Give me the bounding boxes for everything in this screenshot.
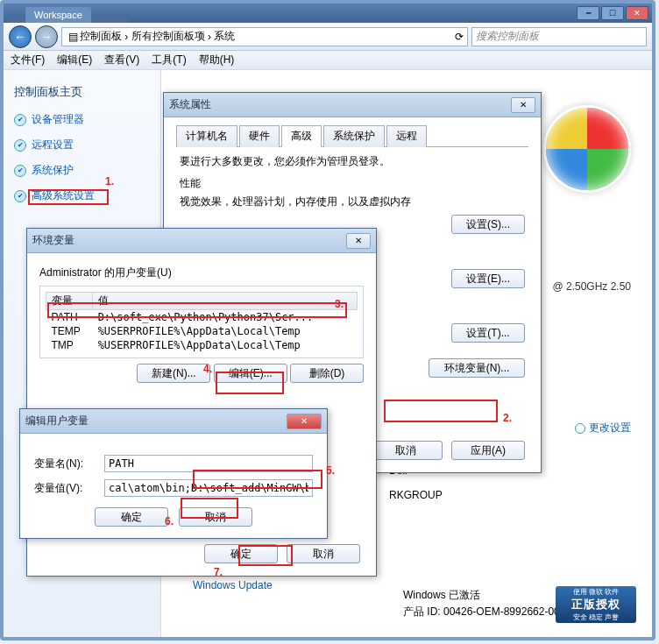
sidebar-title: 控制面板主页 — [14, 84, 150, 100]
dialog-title: 编辑用户变量 — [25, 414, 287, 428]
startup-settings-button[interactable]: 设置(T)... — [451, 323, 525, 343]
refresh-icon[interactable]: ⟳ — [455, 31, 464, 43]
tab-remote[interactable]: 远程 — [386, 125, 427, 147]
annotation-1: 1. — [105, 175, 114, 188]
search-input[interactable]: 搜索控制面板 — [471, 27, 647, 46]
apply-button[interactable]: 应用(A) — [451, 441, 525, 460]
perf-desc: 视觉效果，处理器计划，内存使用，以及虚拟内存 — [180, 195, 525, 209]
windows-update-link[interactable]: Windows Update — [193, 579, 273, 591]
sidebar-link-remote[interactable]: ✔远程设置 — [14, 138, 150, 152]
menu-tools[interactable]: 工具(T) — [152, 53, 186, 67]
maximize-button[interactable]: ☐ — [601, 6, 624, 20]
cancel-button[interactable]: 取消 — [369, 441, 443, 460]
cancel-button[interactable]: 取消 — [287, 544, 360, 563]
dialog-title: 环境变量 — [32, 233, 346, 248]
menu-file[interactable]: 文件(F) — [11, 53, 45, 67]
table-row[interactable]: PATHD:\soft_exe\Python\Python37\Scr... — [46, 310, 358, 325]
nav-toolbar: ← → ▤ 控制面板 › 所有控制面板项 › 系统 ⟳ 搜索控制面板 — [4, 23, 652, 51]
windows-logo-icon — [543, 105, 631, 193]
new-var-button[interactable]: 新建(N)... — [137, 364, 210, 383]
perf-settings-button[interactable]: 设置(S)... — [451, 215, 525, 234]
tab-hardware[interactable]: 硬件 — [239, 125, 280, 147]
annotation-2: 2. — [503, 412, 512, 424]
menu-bar: 文件(F) 编辑(E) 查看(V) 工具(T) 帮助(H) — [4, 51, 652, 70]
control-panel-icon: ▤ — [66, 31, 80, 43]
browser-tab[interactable] — [92, 18, 110, 23]
shield-icon: ✔ — [14, 114, 26, 126]
col-val[interactable]: 值 — [93, 293, 358, 310]
crumb[interactable]: 所有控制面板项 — [131, 29, 205, 44]
forward-button[interactable]: → — [35, 25, 58, 48]
cancel-button[interactable]: 取消 — [179, 507, 252, 527]
sidebar-link-protection[interactable]: ✔系统保护 — [14, 163, 150, 178]
env-vars-button[interactable]: 环境变量(N)... — [429, 358, 525, 378]
var-name-label: 变量名(N): — [34, 456, 104, 471]
browser-tab[interactable] — [110, 18, 128, 23]
annotation-6: 6. — [165, 515, 174, 527]
col-var[interactable]: 变量 — [46, 293, 93, 310]
shield-icon: ✔ — [14, 190, 26, 202]
edit-var-button[interactable]: 编辑(E)... — [214, 364, 287, 383]
user-vars-label: Administrator 的用户变量(U) — [39, 265, 364, 280]
breadcrumb-bar[interactable]: ▤ 控制面板 › 所有控制面板项 › 系统 ⟳ — [61, 27, 468, 46]
annotation-3: 3. — [335, 298, 344, 310]
var-name-input[interactable] — [104, 455, 313, 472]
menu-help[interactable]: 帮助(H) — [199, 53, 235, 67]
genuine-badge: 使用 微软 软件 正版授权 安全 稳定 声誉 — [556, 586, 636, 623]
back-button[interactable]: ← — [9, 25, 32, 48]
sidebar-link-advanced[interactable]: ✔高级系统设置 — [14, 188, 150, 203]
close-icon[interactable]: ✕ — [346, 233, 371, 249]
sidebar-link-device-manager[interactable]: ✔设备管理器 — [14, 112, 150, 127]
close-icon[interactable]: ✕ — [511, 97, 535, 113]
crumb[interactable]: 系统 — [214, 29, 235, 44]
perf-title: 性能 — [180, 176, 525, 191]
tab-protection[interactable]: 系统保护 — [323, 125, 385, 147]
window-tab-strip: Workspace ━ ☐ ✕ — [4, 4, 652, 23]
menu-view[interactable]: 查看(V) — [104, 53, 139, 67]
annotation-5: 5. — [326, 464, 335, 477]
browser-tab[interactable] — [7, 18, 25, 23]
tab-advanced[interactable]: 高级 — [281, 125, 322, 147]
shield-icon: ✔ — [14, 165, 26, 177]
activation-status: Windows 已激活 — [403, 588, 578, 603]
change-settings-link[interactable]: 更改设置 — [575, 421, 631, 435]
close-icon[interactable]: ✕ — [287, 414, 322, 429]
tab-computer-name[interactable]: 计算机名 — [176, 125, 237, 147]
minimize-button[interactable]: ━ — [577, 6, 599, 20]
shield-icon: ✔ — [14, 139, 26, 152]
delete-var-button[interactable]: 删除(D) — [290, 364, 364, 383]
admin-note: 要进行大多数更改，您必须作为管理员登录。 — [180, 154, 525, 169]
table-row[interactable]: TEMP%USERPROFILE%\AppData\Local\Temp — [46, 324, 358, 338]
annotation-4: 4. — [203, 363, 212, 375]
ok-button[interactable]: 确定 — [204, 544, 278, 563]
ok-button[interactable]: 确定 — [95, 507, 168, 527]
product-id: 产品 ID: 00426-OEM-8992662-00400 — [403, 605, 578, 619]
var-value-input[interactable] — [104, 479, 313, 497]
userprofile-settings-button[interactable]: 设置(E)... — [451, 269, 525, 288]
annotation-7: 7. — [214, 566, 223, 578]
cpu-info: @ 2.50GHz 2.50 — [552, 280, 631, 293]
menu-edit[interactable]: 编辑(E) — [57, 53, 92, 67]
close-button[interactable]: ✕ — [626, 6, 648, 20]
table-row[interactable]: TMP%USERPROFILE%\AppData\Local\Temp — [46, 338, 358, 352]
properties-tabs: 计算机名 硬件 高级 系统保护 远程 — [176, 124, 528, 147]
workgroup-label: RKGROUP — [389, 489, 443, 501]
dialog-title: 系统属性 — [169, 97, 511, 112]
user-vars-list[interactable]: 变量值 PATHD:\soft_exe\Python\Python37\Scr.… — [39, 286, 364, 358]
browser-tab[interactable]: Workspace — [25, 7, 91, 23]
crumb[interactable]: 控制面板 — [80, 29, 122, 44]
var-value-label: 变量值(V): — [34, 481, 104, 496]
